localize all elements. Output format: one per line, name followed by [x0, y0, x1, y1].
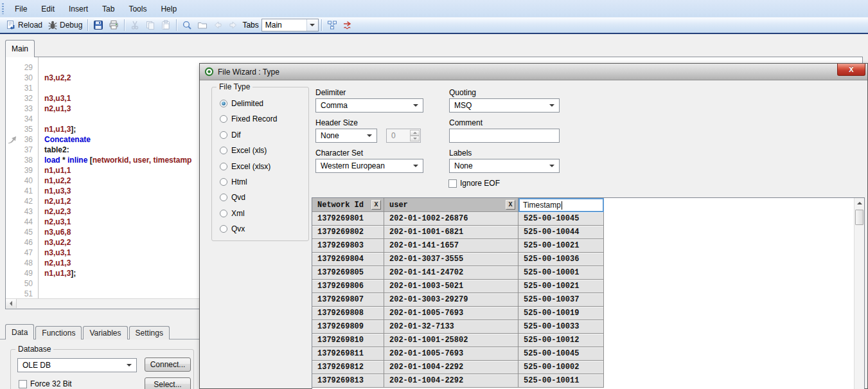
preview-vertical-scrollbar[interactable]: [854, 198, 864, 389]
line-number: 34: [6, 114, 39, 123]
save-icon: [93, 20, 103, 30]
table-cell: 525-00-10033: [518, 320, 604, 334]
code-text: n3,u2,2: [39, 73, 71, 82]
copy-button[interactable]: [143, 18, 158, 32]
chevron-down-icon[interactable]: [306, 19, 318, 31]
file-type-option-qvx[interactable]: Qvx: [220, 224, 245, 234]
labels-combobox[interactable]: None: [449, 159, 560, 173]
delimiter-combobox[interactable]: Comma: [315, 98, 423, 113]
table-row: 1379269810202-01-1001-25802525-00-10012: [312, 334, 864, 347]
text-caret: [562, 201, 562, 210]
database-groupbox: Database OLE DB Connect... Force 32 Bit …: [10, 349, 194, 389]
radio-option-label: Xml: [231, 209, 245, 218]
radio-button-icon: [220, 178, 227, 186]
print-button[interactable]: [106, 18, 121, 32]
labels-value: None: [454, 161, 473, 170]
column-header-text: user: [389, 201, 408, 210]
table-cell: 202-01-141-1657: [384, 239, 518, 253]
menu-item-insert[interactable]: Insert: [62, 1, 95, 17]
column-header[interactable]: Network IdX: [312, 198, 384, 212]
header-size-stepper[interactable]: 0: [386, 129, 421, 143]
comment-input[interactable]: [449, 129, 560, 143]
table-cell: 1379269802: [312, 226, 384, 239]
ignore-eof-checkbox[interactable]: [448, 179, 457, 188]
stepper-down-button[interactable]: [410, 136, 420, 141]
file-type-option-html[interactable]: Html: [220, 177, 247, 187]
file-type-option-excel-xls[interactable]: Excel (xls): [220, 145, 267, 156]
scroll-left-button[interactable]: [6, 299, 17, 308]
character-set-combobox[interactable]: Western European: [315, 159, 423, 173]
stepper-up-button[interactable]: [410, 130, 420, 136]
quoting-combobox[interactable]: MSQ: [449, 98, 560, 113]
table-cell: 202-01-1002-26876: [384, 212, 518, 226]
column-header[interactable]: userX: [384, 198, 518, 212]
quoting-value: MSQ: [454, 101, 472, 110]
toolbar-grip[interactable]: [2, 3, 4, 14]
table-viewer-button[interactable]: [324, 18, 340, 32]
select-button[interactable]: Select...: [145, 377, 191, 389]
file-type-option-delimited[interactable]: Delimited: [220, 98, 263, 109]
table-cell: 525-00-10002: [518, 361, 604, 374]
code-text: n3,u2,2: [39, 238, 71, 247]
force-32bit-checkbox[interactable]: [19, 380, 27, 388]
file-type-option-xml[interactable]: Xml: [220, 208, 245, 219]
toolbar-separator: [124, 19, 125, 31]
cut-button[interactable]: [127, 18, 143, 32]
table-row: 1379269804202-01-3037-3555525-00-10036: [312, 253, 864, 266]
table-cell: 202-01-141-24702: [384, 266, 518, 280]
toolbar-separator: [321, 19, 322, 31]
table-cell: 202-01-1001-6821: [384, 226, 518, 239]
table-cell: 1379269813: [312, 374, 384, 388]
menu-item-tools[interactable]: Tools: [121, 1, 154, 17]
table-cell: 202-01-1005-7693: [384, 347, 518, 361]
tab-main[interactable]: Main: [5, 40, 35, 57]
tab-functions[interactable]: Functions: [35, 326, 82, 339]
tab-selector-combobox[interactable]: Main: [261, 19, 319, 32]
file-type-option-fixed-record[interactable]: Fixed Record: [220, 114, 277, 124]
radio-button-icon: [220, 147, 227, 154]
scroll-up-button[interactable]: [855, 198, 864, 208]
back-button[interactable]: [210, 18, 226, 32]
file-type-option-dif[interactable]: Dif: [220, 130, 241, 140]
dialog-title-bar[interactable]: File Wizard : Type: [200, 64, 867, 80]
table-cell: 525-00-10019: [518, 307, 604, 320]
menu-item-help[interactable]: Help: [154, 1, 184, 17]
character-set-label: Character Set: [315, 149, 363, 158]
comment-label: Comment: [449, 118, 483, 127]
file-type-option-excel-xlsx[interactable]: Excel (xlsx): [220, 161, 270, 172]
table-cell: 525-00-10011: [518, 374, 604, 388]
partial-reload-button[interactable]: [340, 18, 355, 32]
search-icon: [182, 20, 192, 30]
paste-button[interactable]: [158, 18, 173, 32]
tab-variables[interactable]: Variables: [83, 326, 127, 339]
close-column-button[interactable]: X: [506, 200, 515, 210]
close-column-button[interactable]: X: [371, 200, 381, 210]
database-provider-combobox[interactable]: OLE DB: [17, 358, 137, 372]
menu-item-edit[interactable]: Edit: [34, 1, 62, 17]
scrollbar-thumb[interactable]: [855, 210, 864, 225]
column-header-input[interactable]: Timestamp: [518, 198, 604, 212]
table-cell: 202-01-1004-2292: [384, 374, 518, 388]
debug-button[interactable]: Debug: [45, 18, 85, 32]
column-header-text: Timestamp: [523, 201, 561, 210]
tab-data[interactable]: Data: [5, 324, 34, 339]
menu-item-tab[interactable]: Tab: [95, 1, 121, 17]
header-size-combobox[interactable]: None: [315, 129, 377, 143]
labels-label: Labels: [449, 149, 472, 158]
line-number: 29: [6, 63, 39, 72]
tab-settings[interactable]: Settings: [129, 326, 170, 339]
close-button[interactable]: X: [837, 64, 865, 76]
connect-button[interactable]: Connect...: [145, 357, 191, 372]
table-row: 1379269805202-01-141-24702525-00-10001: [312, 266, 864, 280]
file-type-option-qvd[interactable]: Qvd: [220, 192, 245, 203]
table-cell: 1379269801: [312, 212, 384, 226]
save-button[interactable]: [91, 18, 106, 32]
forward-button[interactable]: [226, 18, 241, 32]
find-button[interactable]: [179, 18, 195, 32]
connect-button-label: Connect...: [150, 360, 186, 369]
table-cell: 202-01-1001-25802: [384, 334, 518, 347]
open-folder-button[interactable]: [195, 18, 210, 32]
menu-item-file[interactable]: File: [8, 1, 34, 17]
reload-button[interactable]: Reload: [3, 18, 45, 32]
code-text: n1,u3,3: [39, 186, 71, 195]
